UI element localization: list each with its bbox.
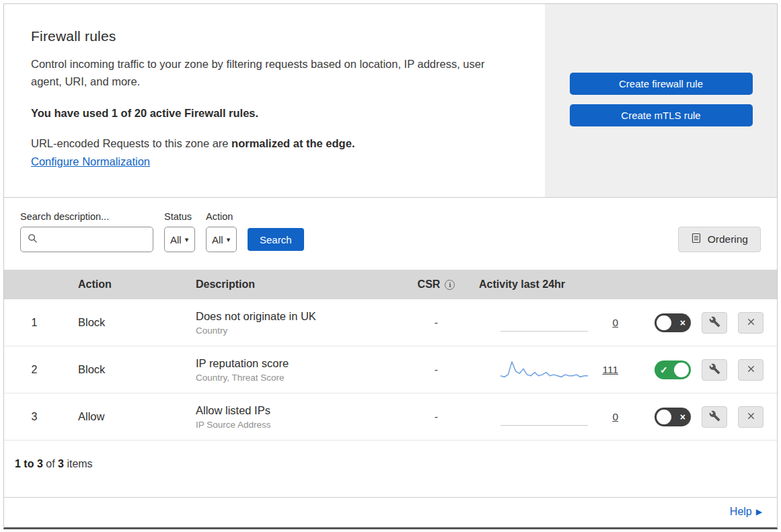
help-bar: Help ▶ [4,497,777,527]
delete-rule-button[interactable] [738,406,764,428]
rule-action: Allow [65,410,182,423]
rule-action: Block [65,363,182,376]
rule-controls: × ✓ [633,359,777,381]
description-column-header: Description [182,278,404,291]
toggle-off-icon: × [680,318,685,328]
chevron-down-icon: ▾ [227,235,231,244]
edit-rule-button[interactable] [702,359,727,381]
status-dropdown[interactable]: All ▾ [164,227,195,252]
status-dropdown-value: All [170,234,182,245]
wrench-icon [709,363,720,377]
rule-description: IP reputation score [196,357,404,370]
edit-rule-button[interactable] [702,312,727,334]
normalization-bold: normalized at the edge. [231,137,355,149]
activity-sparkline [500,358,588,381]
rule-activity-cell: 111 [468,358,633,381]
rule-csr-value: - [404,317,468,329]
items-suffix: items [64,458,93,469]
rule-fields: IP Source Address [196,420,404,430]
ordering-button-label: Ordering [708,233,748,245]
close-icon [746,317,756,329]
delete-rule-button[interactable] [738,359,764,381]
chevron-down-icon: ▾ [185,235,189,244]
rule-fields: Country, Threat Score [196,373,404,383]
list-icon [691,233,702,246]
rule-description: Does not originate in UK [196,310,404,323]
rule-enable-toggle[interactable]: × ✓ [655,313,691,332]
edit-rule-button[interactable] [702,406,727,428]
search-icon [28,233,38,246]
rule-description: Allow listed IPs [196,404,404,417]
rule-fields: Country [196,326,404,336]
activity-count-link[interactable]: 111 [602,364,618,376]
csr-header-label: CSR [418,278,441,291]
page-description: Control incoming traffic to your zone by… [31,55,515,91]
page-title: Firewall rules [31,28,518,44]
wrench-icon [709,316,720,330]
create-firewall-rule-button[interactable]: Create firewall rule [570,73,753,95]
activity-sparkline [500,311,588,334]
activity-count-link[interactable]: 0 [612,317,618,329]
action-dropdown[interactable]: All ▾ [206,227,237,252]
close-icon [746,411,756,423]
rule-description-cell: Allow listed IPs IP Source Address [182,404,404,430]
actions-panel: Create firewall rule Create mTLS rule [545,4,777,197]
header-section: Firewall rules Control incoming traffic … [4,4,777,198]
action-dropdown-value: All [212,234,223,245]
rule-enable-toggle[interactable]: × ✓ [655,360,691,379]
create-mtls-rule-button[interactable]: Create mTLS rule [570,104,753,126]
rule-priority: 1 [4,317,65,329]
rule-activity-cell: 0 [468,311,633,334]
table-header: Action Description CSR i Activity last 2… [4,270,777,299]
firewall-rules-panel: Firewall rules Control incoming traffic … [3,3,778,529]
search-button[interactable]: Search [248,228,304,251]
wrench-icon [709,410,720,424]
info-icon[interactable]: i [445,280,455,290]
toggle-knob [657,315,671,330]
rule-action: Block [65,316,182,329]
rule-description-cell: Does not originate in UK Country [182,310,404,336]
status-filter-group: Status All ▾ [164,211,195,252]
header-text-block: Firewall rules Control incoming traffic … [4,4,545,197]
items-range: 1 to 3 [15,458,43,469]
table-row: 1 Block Does not originate in UK Country… [4,299,777,346]
ordering-button[interactable]: Ordering [678,227,761,252]
filter-bar: Search description... Status All ▾ Actio… [4,198,777,270]
pagination-summary: 1 to 3 of 3 items [4,441,777,488]
activity-sparkline [500,406,588,428]
csr-column-header: CSR i [404,278,468,291]
close-icon [746,364,756,376]
rule-csr-value: - [404,364,468,376]
table-row: 3 Allow Allow listed IPs IP Source Addre… [4,393,777,441]
rule-csr-value: - [404,411,468,423]
toggle-off-icon: × [680,412,685,422]
delete-rule-button[interactable] [738,312,764,334]
configure-normalization-link[interactable]: Configure Normalization [31,155,150,168]
status-label: Status [164,211,195,222]
chevron-right-icon: ▶ [756,507,762,517]
search-group: Search description... [20,211,153,252]
help-link[interactable]: Help ▶ [730,506,762,518]
activity-count-link[interactable]: 0 [612,411,618,423]
usage-summary: You have used 1 of 20 active Firewall ru… [31,107,518,120]
items-of: of [43,458,58,469]
rule-description-cell: IP reputation score Country, Threat Scor… [182,357,404,383]
action-column-header: Action [65,278,182,291]
search-label: Search description... [20,211,153,222]
action-label: Action [206,211,237,222]
normalization-prefix: URL-encoded Requests to this zone are [31,137,231,149]
rule-priority: 3 [4,411,65,423]
action-filter-group: Action All ▾ [206,211,237,252]
rule-controls: × ✓ [633,312,777,334]
toggle-knob [657,410,671,424]
rule-enable-toggle[interactable]: × ✓ [655,408,691,426]
table-row: 2 Block IP reputation score Country, Thr… [4,346,777,393]
normalization-note: URL-encoded Requests to this zone are no… [31,137,518,150]
rule-controls: × ✓ [633,406,777,428]
toggle-knob [674,363,689,377]
activity-column-header: Activity last 24hr [468,278,633,291]
rule-activity-cell: 0 [468,406,633,428]
items-total: 3 [58,458,64,469]
rule-priority: 2 [4,364,65,376]
search-input[interactable] [43,234,144,245]
